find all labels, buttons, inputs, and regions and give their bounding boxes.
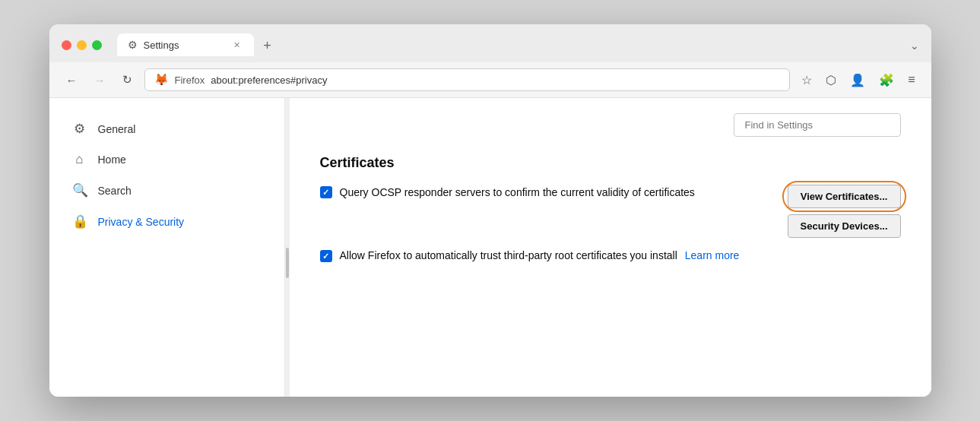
tab-bar: ⚙ Settings ✕ + ⌄ (117, 33, 919, 56)
find-in-settings-input[interactable] (734, 113, 901, 137)
sidebar: ⚙ General ⌂ Home 🔍 Search 🔒 Privacy & Se… (49, 98, 285, 397)
security-devices-button[interactable]: Security Devices... (788, 214, 901, 238)
search-box-container (320, 113, 901, 137)
address-url: about:preferences#privacy (211, 74, 327, 86)
search-sidebar-icon: 🔍 (72, 182, 87, 198)
view-certificates-button[interactable]: View Certificates... (788, 185, 901, 208)
general-icon: ⚙ (72, 121, 87, 137)
reload-button[interactable]: ↻ (118, 70, 137, 90)
ocsp-row: Query OCSP responder servers to confirm … (320, 185, 901, 238)
tab-close-button[interactable]: ✕ (231, 39, 243, 51)
new-tab-button[interactable]: + (257, 35, 278, 56)
general-label: General (98, 123, 136, 135)
firefox-label: Firefox (175, 74, 205, 86)
scroll-divider (285, 98, 290, 397)
lock-icon: 🔒 (72, 214, 87, 229)
sidebar-item-search[interactable]: 🔍 Search (49, 175, 284, 206)
settings-tab-icon: ⚙ (128, 39, 138, 51)
close-traffic-light[interactable] (62, 40, 71, 50)
nav-icons: ☆ ⬡ 👤 🧩 ≡ (798, 70, 918, 90)
tabs-dropdown-button[interactable]: ⌄ (910, 40, 919, 56)
content-pane: Certificates Query OCSP responder server… (290, 98, 931, 397)
scroll-thumb[interactable] (286, 248, 289, 278)
extensions-button[interactable]: 🧩 (875, 70, 898, 90)
trust-checkbox[interactable] (320, 250, 332, 262)
trust-row: Allow Firefox to automatically trust thi… (320, 248, 901, 262)
menu-button[interactable]: ≡ (904, 70, 918, 90)
cert-buttons: View Certificates... Security Devices... (788, 185, 901, 238)
home-icon: ⌂ (72, 152, 87, 167)
forward-button[interactable]: → (90, 71, 110, 90)
main-area: ⚙ General ⌂ Home 🔍 Search 🔒 Privacy & Se… (49, 98, 931, 397)
settings-tab-label: Settings (144, 40, 225, 51)
pocket-button[interactable]: ⬡ (822, 70, 840, 90)
search-label: Search (98, 185, 132, 197)
sidebar-item-general[interactable]: ⚙ General (49, 113, 284, 144)
navigation-bar: ← → ↻ 🦊 Firefox about:preferences#privac… (49, 62, 931, 98)
firefox-logo-icon: 🦊 (154, 73, 169, 87)
ocsp-checkbox[interactable] (320, 186, 332, 198)
bookmark-star-button[interactable]: ☆ (798, 70, 816, 90)
title-bar: ⚙ Settings ✕ + ⌄ (49, 24, 931, 62)
learn-more-link[interactable]: Learn more (685, 249, 740, 261)
trust-text: Allow Firefox to automatically trust thi… (340, 249, 677, 261)
traffic-lights (62, 40, 102, 50)
certificates-title: Certificates (320, 155, 901, 171)
home-label: Home (98, 154, 126, 166)
ocsp-text: Query OCSP responder servers to confirm … (340, 185, 695, 201)
minimize-traffic-light[interactable] (77, 40, 87, 50)
sidebar-item-home[interactable]: ⌂ Home (49, 144, 284, 175)
ocsp-left: Query OCSP responder servers to confirm … (320, 185, 772, 201)
account-button[interactable]: 👤 (846, 70, 869, 90)
back-button[interactable]: ← (62, 71, 82, 90)
address-bar[interactable]: 🦊 Firefox about:preferences#privacy (144, 68, 791, 91)
settings-tab[interactable]: ⚙ Settings ✕ (117, 33, 254, 56)
maximize-traffic-light[interactable] (92, 40, 102, 50)
sidebar-item-privacy-security[interactable]: 🔒 Privacy & Security (49, 206, 284, 237)
privacy-security-label: Privacy & Security (98, 216, 185, 228)
browser-window: ⚙ Settings ✕ + ⌄ ← → ↻ 🦊 Firefox about:p… (49, 24, 931, 397)
